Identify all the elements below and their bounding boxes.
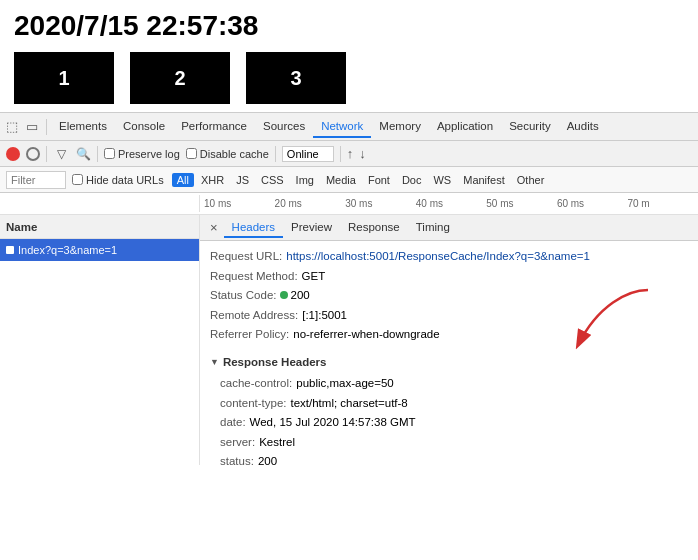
tab-console[interactable]: Console <box>115 116 173 138</box>
header-status: status: 200 <box>220 452 688 465</box>
cache-control-key: cache-control: <box>220 374 292 394</box>
tab-audits[interactable]: Audits <box>559 116 607 138</box>
tab-performance[interactable]: Performance <box>173 116 255 138</box>
thumbnail-1[interactable]: 1 <box>14 52 114 104</box>
status-dot <box>280 291 288 299</box>
timestamp: 2020/7/15 22:57:38 <box>14 10 684 42</box>
thumbnail-3[interactable]: 3 <box>246 52 346 104</box>
filter-xhr[interactable]: XHR <box>196 173 229 187</box>
disable-cache-label: Disable cache <box>200 148 269 160</box>
header-cache-control: cache-control: public,max-age=50 <box>220 374 688 394</box>
ruler-mark-1: 20 ms <box>275 198 346 209</box>
record-button[interactable] <box>6 147 20 161</box>
filter-css[interactable]: CSS <box>256 173 289 187</box>
ruler-marks: 10 ms 20 ms 30 ms 40 ms 50 ms 60 ms 70 m <box>204 198 698 209</box>
hide-data-urls-input[interactable] <box>72 174 83 185</box>
filter-img[interactable]: Img <box>291 173 319 187</box>
filter-font[interactable]: Font <box>363 173 395 187</box>
tab-sources[interactable]: Sources <box>255 116 313 138</box>
devtools-icons: ⬚ ▭ <box>4 119 47 135</box>
request-url-label: Request URL: <box>210 247 282 267</box>
status-code-value: 200 <box>280 286 309 306</box>
thumbnail-2[interactable]: 2 <box>130 52 230 104</box>
filter-all[interactable]: All <box>172 173 194 187</box>
request-url-row: Request URL: https://localhost:5001/Resp… <box>210 247 688 267</box>
detail-tab-response[interactable]: Response <box>340 218 408 238</box>
stop-button[interactable] <box>26 147 40 161</box>
filter-icon[interactable]: ▽ <box>53 146 69 162</box>
hide-data-urls-checkbox[interactable]: Hide data URLs <box>72 174 164 186</box>
devtools: ⬚ ▭ Elements Console Performance Sources… <box>0 112 698 465</box>
main-area: Name Index?q=3&name=1 × Headers Preview … <box>0 215 698 465</box>
response-headers-body: cache-control: public,max-age=50 content… <box>210 374 688 465</box>
import-icon[interactable]: ↑ <box>347 146 354 161</box>
tab-network[interactable]: Network <box>313 116 371 138</box>
header-content-type: content-type: text/html; charset=utf-8 <box>220 394 688 414</box>
disable-cache-input[interactable] <box>186 148 197 159</box>
header-server: server: Kestrel <box>220 433 688 453</box>
filter-input[interactable] <box>6 171 66 189</box>
server-value: Kestrel <box>259 433 295 453</box>
preserve-log-checkbox[interactable]: Preserve log <box>104 148 180 160</box>
toolbar-separator-3 <box>275 146 276 162</box>
request-url-value: https://localhost:5001/ResponseCache/Ind… <box>286 247 590 267</box>
status-code-label: Status Code: <box>210 286 276 306</box>
inspect-icon[interactable]: ⬚ <box>4 119 20 135</box>
devtools-tab-bar: ⬚ ▭ Elements Console Performance Sources… <box>0 113 698 141</box>
preserve-log-input[interactable] <box>104 148 115 159</box>
remote-address-value: [:1]:5001 <box>302 306 347 326</box>
cache-control-value: public,max-age=50 <box>296 374 394 394</box>
request-method-label: Request Method: <box>210 267 298 287</box>
device-icon[interactable]: ▭ <box>24 119 40 135</box>
tab-security[interactable]: Security <box>501 116 559 138</box>
preserve-log-label: Preserve log <box>118 148 180 160</box>
ruler-mark-6: 70 m <box>627 198 698 209</box>
request-icon <box>6 246 14 254</box>
filter-other[interactable]: Other <box>512 173 550 187</box>
toolbar-separator-4 <box>340 146 341 162</box>
filter-manifest[interactable]: Manifest <box>458 173 510 187</box>
tab-application[interactable]: Application <box>429 116 501 138</box>
tab-elements[interactable]: Elements <box>51 116 115 138</box>
thumbnails: 1 2 3 <box>14 52 684 104</box>
devtools-toolbar: ▽ 🔍 Preserve log Disable cache Online ↑ … <box>0 141 698 167</box>
referrer-policy-label: Referrer Policy: <box>210 325 289 345</box>
ruler-mark-4: 50 ms <box>486 198 557 209</box>
detail-tabs: × Headers Preview Response Timing <box>200 215 698 241</box>
status-key: status: <box>220 452 254 465</box>
detail-tab-headers[interactable]: Headers <box>224 218 283 238</box>
ruler-left <box>0 195 200 212</box>
filter-js[interactable]: JS <box>231 173 254 187</box>
ruler-mark-2: 30 ms <box>345 198 416 209</box>
filter-doc[interactable]: Doc <box>397 173 427 187</box>
detail-panel: × Headers Preview Response Timing Reques… <box>200 215 698 465</box>
server-key: server: <box>220 433 255 453</box>
filter-bar: Hide data URLs All XHR JS CSS Img Media … <box>0 167 698 193</box>
ruler-right: 10 ms 20 ms 30 ms 40 ms 50 ms 60 ms 70 m <box>200 195 698 212</box>
name-panel: Name Index?q=3&name=1 <box>0 215 200 465</box>
ruler-mark-5: 60 ms <box>557 198 628 209</box>
detail-tab-preview[interactable]: Preview <box>283 218 340 238</box>
filter-media[interactable]: Media <box>321 173 361 187</box>
timeline-ruler: 10 ms 20 ms 30 ms 40 ms 50 ms 60 ms 70 m <box>0 193 698 215</box>
export-icon[interactable]: ↓ <box>359 146 366 161</box>
detail-tab-timing[interactable]: Timing <box>408 218 458 238</box>
toolbar-separator-2 <box>97 146 98 162</box>
throttle-select[interactable]: Online <box>282 146 334 162</box>
filter-ws[interactable]: WS <box>428 173 456 187</box>
detail-body: Request URL: https://localhost:5001/Resp… <box>200 241 698 465</box>
date-value: Wed, 15 Jul 2020 14:57:38 GMT <box>250 413 416 433</box>
content-type-key: content-type: <box>220 394 286 414</box>
ruler-mark-3: 40 ms <box>416 198 487 209</box>
network-request-item[interactable]: Index?q=3&name=1 <box>0 239 199 261</box>
header-date: date: Wed, 15 Jul 2020 14:57:38 GMT <box>220 413 688 433</box>
search-icon[interactable]: 🔍 <box>75 146 91 162</box>
tab-memory[interactable]: Memory <box>371 116 429 138</box>
remote-address-label: Remote Address: <box>210 306 298 326</box>
top-section: 2020/7/15 22:57:38 1 2 3 <box>0 0 698 112</box>
date-key: date: <box>220 413 246 433</box>
detail-close-button[interactable]: × <box>204 220 224 235</box>
request-name: Index?q=3&name=1 <box>18 244 117 256</box>
disable-cache-checkbox[interactable]: Disable cache <box>186 148 269 160</box>
ruler-mark-0: 10 ms <box>204 198 275 209</box>
